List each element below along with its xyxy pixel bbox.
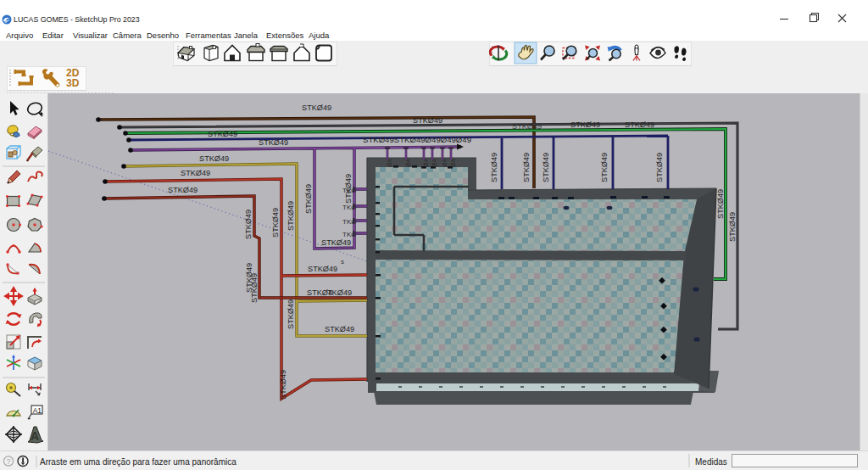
svg-text:TKØ: TKØ <box>342 231 356 238</box>
svg-text:STKØ49: STKØ49 <box>728 212 737 242</box>
svg-text:STKØ49: STKØ49 <box>287 201 295 231</box>
svg-text:TKØ: TKØ <box>342 187 356 194</box>
svg-text:STKØ49: STKØ49 <box>542 153 550 182</box>
svg-text:STKØ49: STKØ49 <box>625 120 654 129</box>
svg-text:A1: A1 <box>33 406 42 415</box>
svg-text:STKØ49STKØ49Ø49Ø49Ø49: STKØ49STKØ49Ø49Ø49Ø49 <box>363 136 471 144</box>
svg-text:STKØ49: STKØ49 <box>304 184 313 214</box>
svg-text:STKØ49: STKØ49 <box>321 238 351 247</box>
svg-text:Ø4: Ø4 <box>431 159 437 167</box>
svg-text:A: A <box>31 429 39 443</box>
svg-text:STKØ49: STKØ49 <box>181 169 210 177</box>
svg-text:STKØ49: STKØ49 <box>199 154 229 163</box>
svg-text:STKØ49: STKØ49 <box>244 210 253 239</box>
svg-text:STKØ49: STKØ49 <box>490 153 498 182</box>
svg-text:TKØ: TKØ <box>342 218 356 226</box>
svg-text:Ø4: Ø4 <box>450 159 456 167</box>
svg-text:STKØ49: STKØ49 <box>245 263 253 293</box>
svg-text:STKØ49: STKØ49 <box>325 325 354 333</box>
svg-text:?: ? <box>6 457 10 466</box>
svg-text:STKØ49: STKØ49 <box>655 153 664 182</box>
svg-text:STKØ49: STKØ49 <box>512 122 542 131</box>
svg-text:STKØ49: STKØ49 <box>600 153 609 182</box>
svg-text:STKØ49: STKØ49 <box>413 116 442 125</box>
svg-text:3D: 3D <box>66 77 80 89</box>
svg-text:STKØ49: STKØ49 <box>279 370 287 400</box>
svg-text:STKØ49: STKØ49 <box>308 265 337 273</box>
svg-text:STKØ49: STKØ49 <box>302 104 331 112</box>
svg-text:Ø4: Ø4 <box>387 159 392 167</box>
svg-text:STKØ49: STKØ49 <box>287 299 295 329</box>
svg-text:STKØ49: STKØ49 <box>208 130 237 138</box>
svg-text:TKØ49: TKØ49 <box>327 288 352 297</box>
svg-text:TKØ: TKØ <box>342 204 356 211</box>
svg-text:Ø4: Ø4 <box>423 159 429 167</box>
svg-text:STKØ49: STKØ49 <box>570 120 600 129</box>
svg-text:s: s <box>341 258 344 266</box>
svg-text:STKØ49: STKØ49 <box>259 138 288 147</box>
svg-text:STKØ49: STKØ49 <box>168 186 198 194</box>
svg-text:STKØ49: STKØ49 <box>716 189 725 219</box>
svg-text:STKØ49: STKØ49 <box>522 153 531 182</box>
svg-text:Ø4: Ø4 <box>442 159 448 167</box>
svg-text:STKØ49: STKØ49 <box>271 208 280 238</box>
svg-text:Ø4: Ø4 <box>405 159 411 167</box>
